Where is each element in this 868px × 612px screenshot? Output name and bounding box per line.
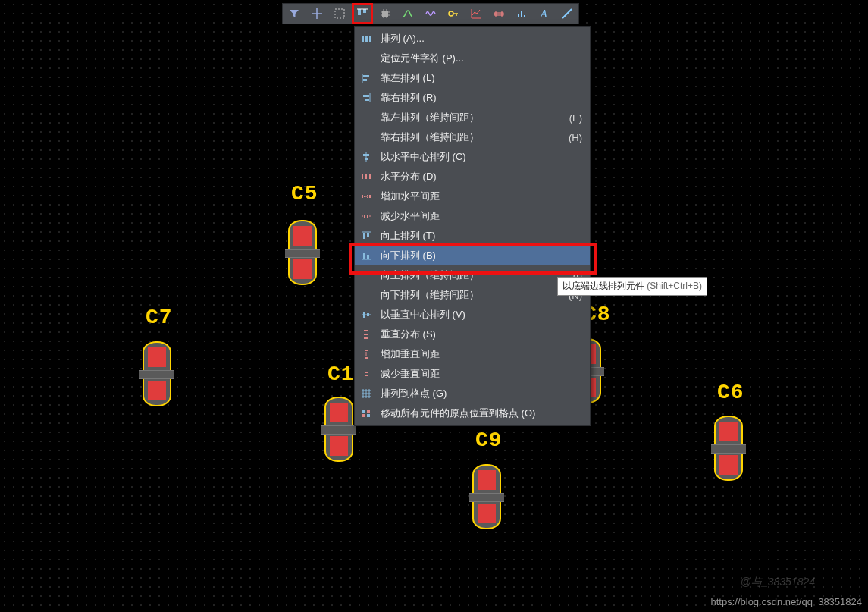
menu-item-9[interactable]: 减少水平间距 — [355, 206, 590, 226]
menu-item-key: (E) — [569, 112, 582, 124]
svg-rect-32 — [364, 330, 368, 331]
svg-rect-1 — [358, 9, 361, 15]
vdist-icon — [359, 328, 373, 341]
menu-item-15[interactable]: 垂直分布 (S) — [355, 325, 590, 344]
svg-rect-26 — [363, 233, 365, 239]
svg-rect-41 — [362, 414, 365, 417]
svg-rect-12 — [369, 36, 371, 42]
align-icon[interactable] — [354, 5, 371, 22]
menu-item-10[interactable]: 向上排列 (T) — [355, 226, 590, 246]
key-icon[interactable] — [445, 5, 462, 22]
text-icon[interactable]: A — [536, 5, 553, 22]
menu-item-label: 靠右排列 (R) — [381, 91, 582, 105]
menu-item-1[interactable]: 定位元件字符 (P)... — [355, 49, 590, 68]
menu-item-8[interactable]: 增加水平间距 — [355, 187, 590, 206]
menu-item-label: 向上排列（维持间距） — [381, 268, 564, 282]
menu-item-label: 移动所有元件的原点位置到格点 (O) — [381, 406, 582, 420]
svg-rect-31 — [367, 313, 369, 316]
component-body[interactable] — [472, 464, 501, 529]
svg-rect-28 — [363, 253, 365, 259]
svg-text:A: A — [540, 8, 547, 20]
menu-item-12[interactable]: 向上排列（维持间距）(I) — [355, 265, 590, 285]
menu-item-label: 减少垂直间距 — [381, 367, 582, 381]
component-label: C9 — [475, 428, 503, 452]
svg-rect-10 — [362, 36, 364, 42]
svg-rect-25 — [367, 215, 368, 218]
menu-item-17[interactable]: 减少垂直间距 — [355, 364, 590, 384]
svg-rect-13 — [363, 75, 369, 77]
tooltip-text: 以底端边线排列元件 — [562, 281, 644, 291]
align-bottom-icon — [359, 249, 373, 262]
menu-item-label: 靠左排列（维持间距） — [381, 111, 560, 124]
menu-item-14[interactable]: 以垂直中心排列 (V) — [355, 305, 590, 325]
svg-rect-37 — [365, 372, 368, 373]
svg-rect-16 — [365, 99, 369, 101]
svg-point-4 — [449, 11, 453, 16]
align-left-icon — [359, 71, 373, 85]
align-top-icon — [359, 229, 373, 243]
select-rect-icon[interactable] — [331, 5, 348, 22]
svg-rect-3 — [382, 11, 388, 17]
blank-icon — [359, 130, 373, 144]
svg-rect-6 — [518, 14, 519, 17]
svg-rect-40 — [367, 410, 370, 413]
route-icon[interactable] — [400, 5, 416, 22]
menu-item-label: 靠右排列（维持间距） — [381, 130, 559, 144]
menu-item-16[interactable]: 增加垂直间距 — [355, 344, 590, 364]
menu-item-3[interactable]: 靠右排列 (R) — [355, 88, 590, 108]
menu-item-label: 以水平中心排列 (C) — [381, 150, 582, 164]
menu-item-key: (H) — [569, 132, 582, 143]
toolbar: A — [282, 3, 579, 24]
component-body[interactable] — [324, 397, 353, 462]
menu-item-19[interactable]: 移动所有元件的原点位置到格点 (O) — [355, 403, 590, 423]
menu-item-label: 增加垂直间距 — [381, 347, 582, 361]
tooltip: 以底端边线排列元件 (Shift+Ctrl+B) — [557, 277, 707, 296]
menu-item-7[interactable]: 水平分布 (D) — [355, 167, 590, 187]
menu-item-label: 以垂直中心排列 (V) — [381, 308, 582, 322]
hspace-dec-icon — [359, 209, 373, 223]
menu-item-0[interactable]: 排列 (A)... — [355, 29, 590, 49]
graph-icon[interactable] — [468, 5, 484, 22]
align-hcenter-icon — [359, 150, 373, 164]
menu-item-11[interactable]: 向下排列 (B) — [355, 246, 590, 265]
component-body[interactable] — [288, 220, 317, 285]
component-body[interactable] — [143, 341, 171, 406]
svg-rect-34 — [364, 337, 368, 339]
menu-item-label: 垂直分布 (S) — [381, 328, 582, 341]
menu-item-2[interactable]: 靠左排列 (L) — [355, 68, 590, 88]
svg-rect-17 — [363, 154, 369, 156]
menu-item-4[interactable]: 靠左排列（维持间距）(E) — [355, 108, 590, 127]
menu-item-13[interactable]: 向下排列（维持间距）(N) — [355, 285, 590, 305]
hdist-icon — [359, 170, 373, 184]
hspace-inc-icon — [359, 190, 373, 203]
origin-grid-icon — [359, 406, 373, 420]
menu-item-label: 靠左排列 (L) — [381, 71, 582, 85]
filter-icon[interactable] — [286, 5, 302, 22]
svg-rect-29 — [367, 255, 369, 259]
component-body[interactable] — [714, 416, 743, 481]
menu-item-6[interactable]: 以水平中心排列 (C) — [355, 147, 590, 167]
crosshair-icon[interactable] — [309, 5, 325, 22]
menu-item-label: 增加水平间距 — [381, 190, 582, 203]
menu-item-label: 水平分布 (D) — [381, 170, 582, 184]
align-grid-icon — [359, 387, 373, 400]
line-icon[interactable] — [559, 5, 575, 22]
dimension-icon[interactable] — [490, 5, 507, 22]
svg-rect-7 — [521, 11, 522, 17]
svg-rect-0 — [335, 9, 344, 18]
menu-item-18[interactable]: 排列到格点 (G) — [355, 384, 590, 403]
bar-chart-icon[interactable] — [513, 5, 530, 22]
svg-rect-27 — [367, 233, 369, 237]
svg-rect-11 — [365, 36, 368, 42]
svg-rect-15 — [363, 95, 369, 97]
blank-icon — [359, 52, 373, 65]
vspace-dec-icon — [359, 367, 373, 381]
menu-item-5[interactable]: 靠右排列（维持间距）(H) — [355, 127, 590, 147]
wave-icon[interactable] — [422, 5, 439, 22]
svg-rect-42 — [367, 414, 370, 417]
blank-icon — [359, 268, 373, 282]
component-label: C6 — [717, 381, 744, 404]
svg-rect-2 — [363, 9, 366, 13]
svg-rect-21 — [369, 174, 371, 179]
chip-icon[interactable] — [377, 5, 393, 22]
